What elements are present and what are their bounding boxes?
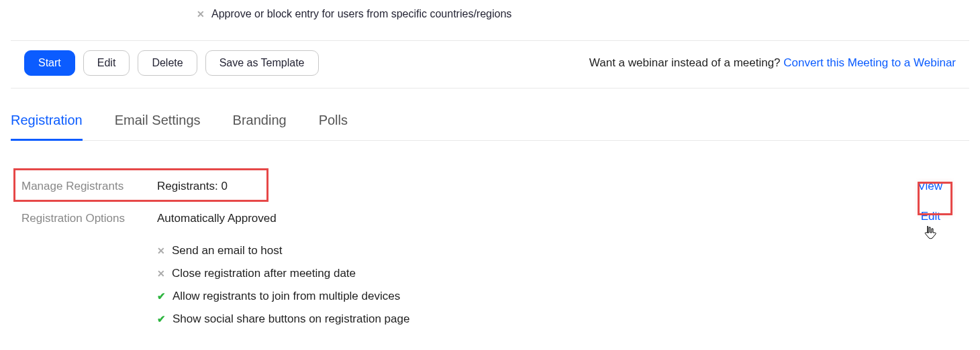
tab-email-settings[interactable]: Email Settings <box>115 113 201 140</box>
manage-registrants-value: Registrants: 0 <box>157 180 918 193</box>
action-buttons: Start Edit Delete Save as Template <box>24 50 319 76</box>
x-icon: ✕ <box>197 9 205 19</box>
action-row: Start Edit Delete Save as Template Want … <box>11 50 969 89</box>
convert-prompt-text: Want a webinar instead of a meeting? <box>589 56 783 69</box>
divider <box>11 40 969 41</box>
top-disabled-option: ✕ Approve or block entry for users from … <box>197 8 969 20</box>
option-multiple-devices: ✔ Allow registrants to join from multipl… <box>157 290 923 303</box>
check-icon: ✔ <box>157 290 166 302</box>
edit-registration-options-link[interactable]: Edit <box>921 210 967 223</box>
x-icon: ✕ <box>157 245 165 256</box>
manage-registrants-label: Manage Registrants <box>11 180 157 193</box>
option-text: Send an email to host <box>172 244 282 257</box>
top-option-text: Approve or block entry for users from sp… <box>211 8 511 20</box>
option-text: Close registration after meeting date <box>172 267 356 280</box>
option-close-registration: ✕ Close registration after meeting date <box>157 267 923 280</box>
convert-link[interactable]: Convert this Meeting to a Webinar <box>783 56 956 69</box>
option-social-share: ✔ Show social share buttons on registrat… <box>157 312 923 326</box>
registration-options-row: Registration Options Automatically Appro… <box>11 202 969 335</box>
edit-button[interactable]: Edit <box>83 50 130 76</box>
option-send-email-host: ✕ Send an email to host <box>157 244 923 257</box>
registration-options-list: ✕ Send an email to host ✕ Close registra… <box>157 244 923 326</box>
registration-approval-value: Automatically Approved <box>157 212 277 225</box>
convert-prompt: Want a webinar instead of a meeting? Con… <box>589 56 956 70</box>
registration-options-label: Registration Options <box>11 212 157 225</box>
tab-polls[interactable]: Polls <box>319 113 348 140</box>
x-icon: ✕ <box>157 268 165 279</box>
tab-branding[interactable]: Branding <box>233 113 287 140</box>
check-icon: ✔ <box>157 313 166 325</box>
registration-options-value: Automatically Approved ✕ Send an email t… <box>157 212 923 326</box>
start-button[interactable]: Start <box>24 50 75 76</box>
tab-registration[interactable]: Registration <box>11 113 83 141</box>
registration-section: Manage Registrants Registrants: 0 View R… <box>11 141 969 335</box>
option-text: Show social share buttons on registratio… <box>173 312 409 326</box>
delete-button[interactable]: Delete <box>138 50 197 76</box>
manage-registrants-row: Manage Registrants Registrants: 0 View <box>11 170 969 202</box>
option-text: Allow registrants to join from multiple … <box>173 290 400 303</box>
view-registrants-link[interactable]: View <box>918 180 969 193</box>
save-template-button[interactable]: Save as Template <box>205 50 319 76</box>
tabs: Registration Email Settings Branding Pol… <box>11 89 969 141</box>
